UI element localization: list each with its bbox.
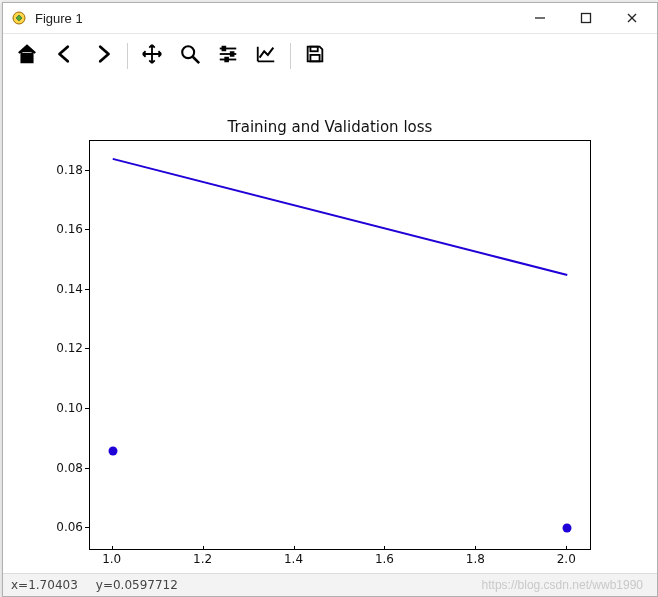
save-button[interactable] — [299, 40, 331, 72]
axes — [89, 140, 591, 550]
y-tick-label: 0.16 — [43, 222, 83, 236]
sliders-icon — [217, 43, 239, 69]
y-tick-label: 0.18 — [43, 163, 83, 177]
arrow-left-icon — [54, 43, 76, 69]
window-title: Figure 1 — [35, 11, 83, 26]
x-tick-label: 2.0 — [546, 552, 586, 566]
cursor-y: y=0.0597712 — [96, 578, 178, 592]
close-button[interactable] — [609, 3, 655, 33]
chart-line-icon — [255, 43, 277, 69]
minimize-button[interactable] — [517, 3, 563, 33]
toolbar-separator — [290, 43, 291, 69]
svg-rect-11 — [231, 52, 234, 56]
edit-axes-button[interactable] — [250, 40, 282, 72]
y-tick-label: 0.10 — [43, 401, 83, 415]
x-tick-label: 1.0 — [92, 552, 132, 566]
plot-area[interactable]: Training and Validation loss 0.060.080.1… — [3, 78, 657, 573]
app-icon — [11, 10, 27, 26]
titlebar: Figure 1 — [3, 3, 657, 34]
cursor-x: x=1.70403 — [11, 578, 78, 592]
svg-point-5 — [182, 46, 194, 58]
y-tick-label: 0.14 — [43, 282, 83, 296]
zoom-button[interactable] — [174, 40, 206, 72]
toolbar — [3, 34, 657, 78]
figure-window: Figure 1 — [2, 2, 658, 597]
x-tick-label: 1.4 — [274, 552, 314, 566]
home-button[interactable] — [11, 40, 43, 72]
back-button[interactable] — [49, 40, 81, 72]
y-tick-label: 0.06 — [43, 520, 83, 534]
svg-rect-13 — [310, 47, 317, 52]
toolbar-separator — [127, 43, 128, 69]
svg-rect-10 — [223, 47, 226, 51]
svg-rect-14 — [310, 55, 319, 61]
pan-button[interactable] — [136, 40, 168, 72]
svg-rect-12 — [225, 58, 228, 62]
move-icon — [141, 43, 163, 69]
save-icon — [304, 43, 326, 69]
statusbar: x=1.70403 y=0.0597712 — [3, 573, 657, 596]
x-tick-label: 1.6 — [364, 552, 404, 566]
x-tick-label: 1.8 — [455, 552, 495, 566]
svg-line-6 — [193, 57, 199, 63]
configure-subplots-button[interactable] — [212, 40, 244, 72]
zoom-icon — [179, 43, 201, 69]
arrow-right-icon — [92, 43, 114, 69]
maximize-button[interactable] — [563, 3, 609, 33]
y-tick-label: 0.12 — [43, 341, 83, 355]
y-tick-label: 0.08 — [43, 461, 83, 475]
data-point — [108, 446, 117, 455]
forward-button[interactable] — [87, 40, 119, 72]
x-tick-label: 1.2 — [183, 552, 223, 566]
chart-title: Training and Validation loss — [3, 118, 657, 136]
svg-rect-2 — [582, 14, 591, 23]
home-icon — [16, 43, 38, 69]
data-point — [563, 524, 572, 533]
